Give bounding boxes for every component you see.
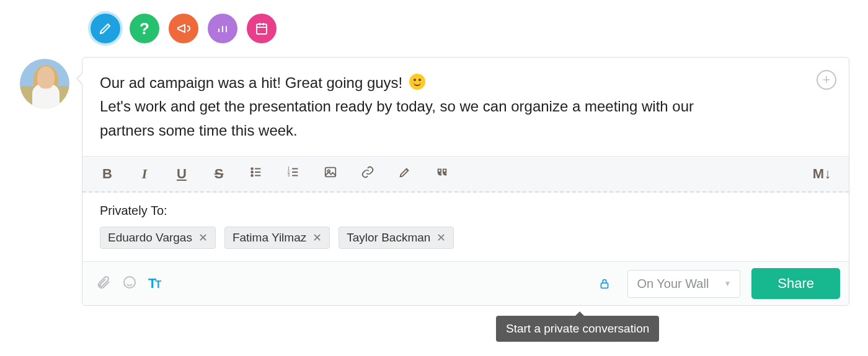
smiley-icon — [122, 275, 137, 290]
share-button[interactable]: Share — [751, 268, 840, 299]
image-button[interactable] — [323, 165, 338, 183]
private-lock-button[interactable] — [593, 272, 616, 295]
emoji-button[interactable] — [122, 275, 137, 292]
quote-icon — [435, 165, 449, 179]
svg-rect-10 — [601, 283, 608, 288]
format-toolbar: B I U S 123 M↓ — [82, 156, 849, 193]
poll-button[interactable] — [208, 14, 237, 43]
message-line-3: partners some time this week. — [100, 119, 815, 142]
private-to-label: Privately To: — [100, 204, 831, 218]
link-button[interactable] — [360, 165, 375, 183]
recipient-chip[interactable]: Eduardo Vargas ✕ — [100, 227, 216, 249]
italic-button[interactable]: I — [137, 166, 152, 182]
add-button[interactable]: + — [817, 70, 836, 90]
svg-text:3: 3 — [288, 173, 290, 178]
marker-icon — [398, 165, 412, 179]
bullet-list-icon — [249, 165, 263, 179]
dropdown-label: On Your Wall — [637, 277, 709, 291]
numbered-list-icon: 123 — [286, 165, 300, 179]
chart-icon — [215, 21, 230, 36]
plus-icon: + — [823, 73, 831, 87]
composer-panel: Our ad campaign was a hit! Great going g… — [82, 57, 849, 306]
private-to-section: Privately To: Eduardo Vargas ✕ Fatima Yi… — [82, 193, 849, 262]
svg-point-2 — [251, 171, 253, 173]
recipient-chips: Eduardo Vargas ✕ Fatima Yilmaz ✕ Taylor … — [100, 227, 831, 249]
help-button[interactable]: ? — [130, 14, 159, 43]
lock-icon — [598, 277, 611, 290]
numbered-list-button[interactable]: 123 — [286, 165, 301, 183]
calendar-icon — [254, 21, 269, 36]
svg-point-9 — [124, 277, 135, 288]
recipient-chip[interactable]: Taylor Backman ✕ — [339, 227, 454, 249]
recipient-name: Taylor Backman — [347, 231, 430, 245]
image-icon — [324, 165, 337, 179]
announce-button[interactable] — [169, 14, 198, 43]
svg-point-3 — [251, 175, 253, 176]
top-action-row: ? — [91, 14, 277, 43]
svg-point-1 — [251, 168, 253, 170]
event-button[interactable] — [247, 14, 277, 43]
bullet-list-button[interactable] — [249, 165, 264, 183]
pencil-icon — [98, 21, 113, 36]
remove-recipient[interactable]: ✕ — [436, 231, 446, 245]
paperclip-icon — [96, 275, 111, 290]
recipient-name: Eduardo Vargas — [108, 231, 192, 245]
message-line-1: Our ad campaign was a hit! Great going g… — [100, 74, 402, 91]
megaphone-icon — [176, 21, 191, 36]
message-line-2: Let's work and get the presentation read… — [100, 95, 815, 118]
svg-rect-0 — [257, 24, 267, 34]
lock-tooltip: Start a private conversation — [496, 316, 659, 342]
svg-rect-7 — [326, 168, 336, 177]
attach-button[interactable] — [96, 275, 111, 292]
highlight-button[interactable] — [397, 165, 412, 183]
composer-footer: TT On Your Wall ▼ Share — [82, 262, 849, 305]
compose-button[interactable] — [91, 14, 120, 43]
avatar[interactable] — [20, 59, 69, 108]
underline-button[interactable]: U — [174, 166, 189, 182]
smile-emoji — [409, 74, 425, 90]
tt-icon: TT — [148, 276, 160, 291]
recipient-chip[interactable]: Fatima Yilmaz ✕ — [224, 227, 330, 249]
message-textarea[interactable]: Our ad campaign was a hit! Great going g… — [82, 58, 849, 156]
recipient-name: Fatima Yilmaz — [232, 231, 306, 245]
destination-dropdown[interactable]: On Your Wall ▼ — [627, 270, 740, 298]
link-icon — [361, 165, 374, 179]
text-format-toggle[interactable]: TT — [148, 276, 160, 292]
question-icon: ? — [140, 19, 149, 38]
quote-button[interactable] — [435, 165, 450, 183]
remove-recipient[interactable]: ✕ — [198, 231, 208, 245]
bold-button[interactable]: B — [100, 166, 115, 182]
markdown-toggle[interactable]: M↓ — [813, 166, 831, 182]
chevron-down-icon: ▼ — [724, 279, 731, 288]
remove-recipient[interactable]: ✕ — [312, 231, 322, 245]
strike-button[interactable]: S — [211, 166, 226, 182]
